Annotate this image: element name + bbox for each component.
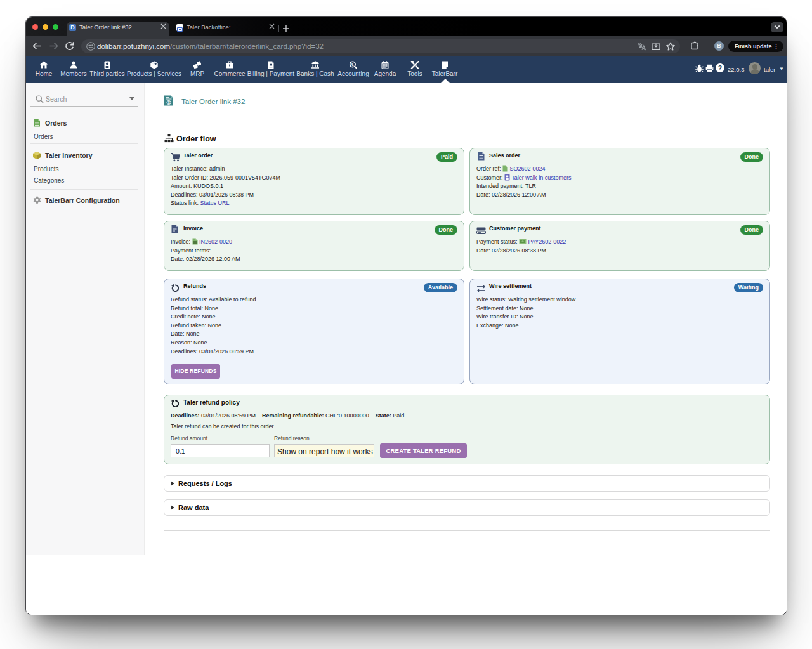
- svg-text:$: $: [167, 100, 170, 105]
